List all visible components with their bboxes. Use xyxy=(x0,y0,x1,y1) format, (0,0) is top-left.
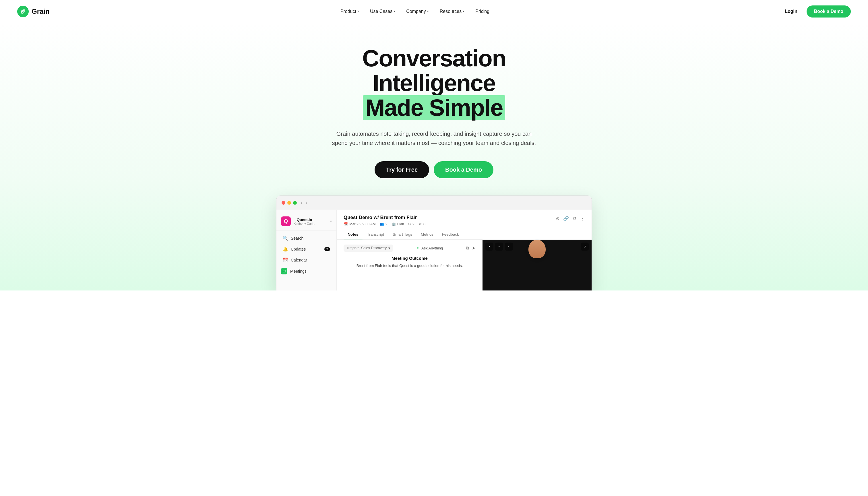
org-avatar: Q xyxy=(281,216,291,226)
nav-company[interactable]: Company ▾ xyxy=(402,6,433,16)
sidebar: Q Quest.io Kimberly Carl... ▾ 🔍 Search xyxy=(276,210,337,291)
nav-product[interactable]: Product ▾ xyxy=(336,6,364,16)
org-details: Quest.io Kimberly Carl... xyxy=(294,218,315,225)
bell-icon: 🔔 xyxy=(283,247,288,252)
chevron-down-icon: ▾ xyxy=(357,10,359,13)
copy-icon[interactable]: ⧉ xyxy=(466,245,469,251)
nav-use-cases[interactable]: Use Cases ▾ xyxy=(366,6,400,16)
search-icon: 🔍 xyxy=(283,236,288,241)
hero-title: Conversation Intelligence Made Simple xyxy=(305,46,563,120)
minimize-window-button[interactable] xyxy=(287,201,291,205)
navbar: Grain Product ▾ Use Cases ▾ Company ▾ Re… xyxy=(0,0,868,23)
people-icon: 👥 xyxy=(380,222,384,226)
meetings-icon xyxy=(281,268,287,275)
layers-icon[interactable]: ⧉ xyxy=(573,216,576,221)
chevron-down-icon: ▾ xyxy=(427,10,429,13)
more-icon[interactable]: ⋮ xyxy=(580,216,585,221)
org-info: Q Quest.io Kimberly Carl... xyxy=(281,216,315,226)
book-demo-hero-button[interactable]: Book a Demo xyxy=(434,161,493,178)
share-icon[interactable]: ➤ xyxy=(472,245,476,251)
chevron-down-icon: ▾ xyxy=(393,10,395,13)
browser-nav: ‹ › xyxy=(301,200,307,206)
meeting-header: Quest Demo w/ Brent from Flair ⎋ 🔗 ⧉ ⋮ 📅… xyxy=(337,210,592,229)
video-panel: ▪ ▪ ▪ ⤢ xyxy=(482,240,592,291)
sidebar-item-label: Meetings xyxy=(290,269,307,274)
hero-section: Conversation Intelligence Made Simple Gr… xyxy=(0,23,868,291)
meeting-top-row: Quest Demo w/ Brent from Flair ⎋ 🔗 ⧉ ⋮ xyxy=(344,215,585,222)
logo-icon xyxy=(17,6,29,17)
sidebar-item-meetings[interactable]: Meetings xyxy=(276,265,337,277)
video-control-btn-2[interactable]: ▪ xyxy=(495,243,503,251)
tab-smart-tags[interactable]: Smart Tags xyxy=(389,229,416,239)
template-label: Template xyxy=(346,246,359,250)
app-screenshot: ‹ › Q Quest.io Kimberly Carl... ▾ xyxy=(276,196,592,291)
template-action-icons: ⧉ ➤ xyxy=(466,245,476,251)
nav-pricing[interactable]: Pricing xyxy=(471,6,494,16)
app-layout: Q Quest.io Kimberly Carl... ▾ 🔍 Search xyxy=(276,210,592,291)
nav-links: Product ▾ Use Cases ▾ Company ▾ Resource… xyxy=(336,6,494,16)
template-selector[interactable]: Template Sales Discovery ▾ xyxy=(344,245,393,252)
building-icon: 🏢 xyxy=(391,222,396,226)
book-demo-nav-button[interactable]: Book a Demo xyxy=(807,5,851,17)
meeting-actions: ⎋ 🔗 ⧉ ⋮ xyxy=(556,216,585,221)
note-text: Brent from Flair feels that Quest is a g… xyxy=(344,263,476,269)
person-head xyxy=(528,240,546,258)
forward-icon[interactable]: › xyxy=(306,200,307,206)
notes-panel: Template Sales Discovery ▾ ✦ Ask Anythin… xyxy=(337,240,482,291)
sidebar-item-calendar[interactable]: 📅 Calendar xyxy=(278,255,335,265)
org-name: Quest.io xyxy=(294,218,315,222)
chevron-down-icon: ▾ xyxy=(463,10,464,13)
close-window-button[interactable] xyxy=(282,201,285,205)
template-name: Sales Discovery xyxy=(361,246,387,250)
brand-name: Grain xyxy=(32,7,50,16)
tab-metrics[interactable]: Metrics xyxy=(417,229,437,239)
video-controls: ▪ ▪ ▪ xyxy=(485,243,513,251)
updates-badge: 2 xyxy=(324,247,330,251)
sidebar-item-label: Updates xyxy=(291,247,306,251)
tab-feedback[interactable]: Feedback xyxy=(438,229,463,239)
video-control-btn-1[interactable]: ▪ xyxy=(485,243,493,251)
share-icon[interactable]: ⎋ xyxy=(556,216,559,221)
ask-anything-label: Ask Anything xyxy=(421,246,443,250)
sidebar-item-label: Calendar xyxy=(291,258,307,262)
link-icon[interactable]: 🔗 xyxy=(563,216,569,221)
sidebar-item-updates[interactable]: 🔔 Updates 2 xyxy=(278,244,335,254)
calendar-icon: 📅 xyxy=(283,258,288,263)
hero-buttons: Try for Free Book a Demo xyxy=(375,161,493,178)
meeting-tabs: Notes Transcript Smart Tags Metrics Feed… xyxy=(337,229,592,240)
nav-actions: Login Book a Demo xyxy=(780,5,851,17)
clip-icon: ✂ xyxy=(408,222,411,226)
sidebar-org: Q Quest.io Kimberly Carl... ▾ xyxy=(276,214,337,231)
template-bar: Template Sales Discovery ▾ ✦ Ask Anythin… xyxy=(344,244,476,252)
meeting-views: 👁 8 xyxy=(418,222,425,226)
meeting-clips: ✂ 2 xyxy=(408,222,415,226)
chevron-down-icon: ▾ xyxy=(388,246,390,250)
sidebar-item-search[interactable]: 🔍 Search xyxy=(278,233,335,244)
back-icon[interactable]: ‹ xyxy=(301,200,303,206)
video-control-btn-3[interactable]: ▪ xyxy=(505,243,513,251)
meeting-date: 📅 Mar 25, 9:00 AM xyxy=(344,222,376,226)
chevron-down-icon[interactable]: ▾ xyxy=(330,219,332,223)
note-heading: Meeting Outcome xyxy=(344,256,476,261)
calendar-icon: 📅 xyxy=(344,222,348,226)
browser-chrome: ‹ › xyxy=(276,196,592,210)
ask-anything-button[interactable]: ✦ Ask Anything xyxy=(413,244,446,252)
traffic-lights xyxy=(282,201,297,205)
meeting-company: 🏢 Flair xyxy=(391,222,404,226)
eye-icon: 👁 xyxy=(418,222,422,226)
maximize-window-button[interactable] xyxy=(293,201,297,205)
logo[interactable]: Grain xyxy=(17,6,50,17)
sidebar-item-label: Search xyxy=(291,236,304,241)
nav-resources[interactable]: Resources ▾ xyxy=(435,6,469,16)
tab-notes[interactable]: Notes xyxy=(344,229,362,239)
meeting-attendees: 👥 2 xyxy=(380,222,388,226)
meeting-title: Quest Demo w/ Brent from Flair xyxy=(344,215,417,220)
sparkle-icon: ✦ xyxy=(416,246,420,250)
main-content: Quest Demo w/ Brent from Flair ⎋ 🔗 ⧉ ⋮ 📅… xyxy=(337,210,592,291)
video-fullscreen-button[interactable]: ⤢ xyxy=(581,243,589,251)
meeting-meta: 📅 Mar 25, 9:00 AM 👥 2 🏢 Flair ✂ xyxy=(344,222,585,226)
org-user: Kimberly Carl... xyxy=(294,222,315,225)
login-button[interactable]: Login xyxy=(780,6,802,16)
tab-transcript[interactable]: Transcript xyxy=(363,229,388,239)
try-free-button[interactable]: Try for Free xyxy=(375,161,429,178)
